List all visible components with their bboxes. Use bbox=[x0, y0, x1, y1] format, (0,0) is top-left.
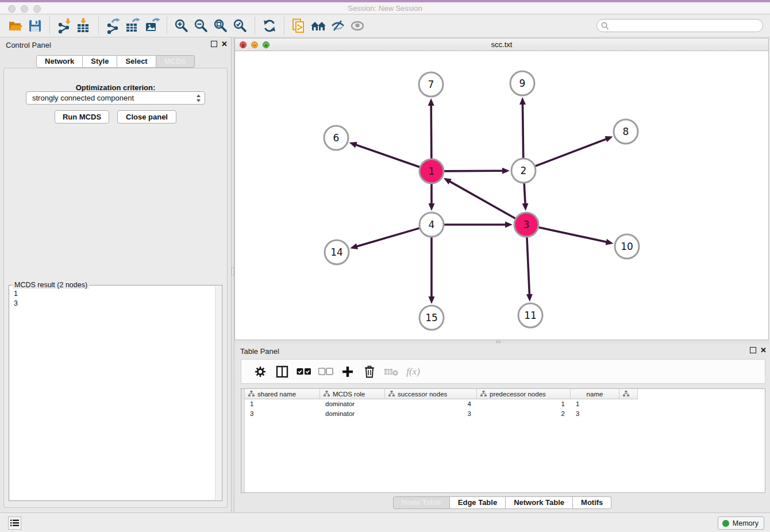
cell-mcds-role[interactable]: dominator bbox=[320, 399, 385, 409]
show-graphics-details-icon[interactable] bbox=[348, 16, 367, 36]
cell-successor-nodes[interactable]: 3 bbox=[385, 409, 477, 419]
tab-style[interactable]: Style bbox=[83, 55, 117, 68]
graph-edge[interactable] bbox=[431, 105, 432, 159]
tab-select[interactable]: Select bbox=[117, 55, 156, 68]
splitter-handle[interactable] bbox=[232, 267, 234, 275]
cell-shared-name[interactable]: 1 bbox=[245, 399, 320, 409]
graph-edge[interactable] bbox=[536, 139, 607, 166]
graph-edge[interactable] bbox=[538, 228, 606, 242]
graph-edge[interactable] bbox=[522, 104, 523, 158]
column-header-shared-name[interactable]: shared name bbox=[245, 389, 320, 399]
close-panel-icon[interactable]: ✕ bbox=[760, 346, 767, 354]
float-panel-icon[interactable] bbox=[750, 347, 756, 353]
splitter-handle[interactable] bbox=[496, 341, 500, 343]
graph-edge[interactable] bbox=[449, 182, 515, 219]
graph-node-label: 10 bbox=[621, 241, 633, 252]
graph-node-label: 9 bbox=[519, 78, 526, 89]
network-title: scc.txt bbox=[235, 40, 768, 49]
cell-name[interactable]: 1 bbox=[571, 399, 619, 409]
mcds-result-box: MCDS result (2 nodes) 1 3 bbox=[9, 285, 222, 501]
node-table[interactable]: shared name MCDS role successor nodes pr… bbox=[241, 388, 765, 493]
control-panel-tabs: Network Style Select MCDS bbox=[0, 55, 231, 68]
graph-node-label: 7 bbox=[428, 79, 434, 90]
export-image-icon[interactable] bbox=[143, 16, 162, 36]
add-row-icon[interactable] bbox=[337, 363, 359, 380]
zoom-out-icon[interactable] bbox=[191, 16, 211, 36]
close-panel-icon[interactable]: ✕ bbox=[221, 40, 228, 48]
toolbar-separator bbox=[284, 17, 284, 34]
column-header-stub[interactable] bbox=[619, 389, 638, 399]
graph-node-label: 4 bbox=[429, 219, 435, 230]
close-panel-button[interactable]: Close panel bbox=[117, 110, 176, 124]
first-neighbors-icon[interactable] bbox=[309, 16, 328, 36]
import-network-icon[interactable] bbox=[55, 16, 74, 36]
refresh-view-icon[interactable] bbox=[260, 16, 279, 36]
tab-node-table[interactable]: Node Table bbox=[393, 496, 450, 509]
tab-motifs[interactable]: Motifs bbox=[573, 496, 611, 509]
network-window-titlebar[interactable]: x − + scc.txt bbox=[235, 38, 768, 51]
graph-edge-arrowhead bbox=[605, 136, 613, 142]
graph-node-label: 6 bbox=[333, 132, 340, 144]
memory-button[interactable]: Memory bbox=[718, 516, 764, 530]
graph-edge[interactable] bbox=[356, 145, 419, 167]
clone-network-icon[interactable] bbox=[289, 16, 309, 36]
search-input[interactable] bbox=[611, 21, 763, 31]
export-table-icon[interactable] bbox=[123, 16, 143, 36]
tab-network-table[interactable]: Network Table bbox=[506, 496, 573, 509]
table-row[interactable]: 1 dominator 4 1 1 bbox=[245, 399, 765, 409]
import-table-icon[interactable] bbox=[74, 16, 94, 36]
column-header-name[interactable]: name bbox=[571, 389, 619, 399]
column-header-predecessor-nodes[interactable]: predecessor nodes bbox=[477, 389, 571, 399]
toolbar-separator bbox=[255, 17, 255, 34]
float-panel-icon[interactable] bbox=[211, 41, 217, 47]
graph-edge[interactable] bbox=[357, 228, 419, 246]
column-type-icon bbox=[623, 391, 629, 397]
select-all-icon[interactable] bbox=[293, 363, 315, 380]
optimization-dropdown[interactable]: strongly connected component bbox=[26, 91, 205, 105]
task-history-button[interactable] bbox=[8, 516, 21, 530]
apply-function-icon[interactable]: f(x) bbox=[402, 363, 424, 380]
mcds-result-text[interactable]: 1 3 bbox=[10, 288, 214, 499]
tab-mcds[interactable]: MCDS bbox=[156, 55, 195, 68]
tab-network[interactable]: Network bbox=[36, 55, 83, 68]
open-file-icon[interactable] bbox=[6, 16, 25, 36]
delete-row-icon[interactable] bbox=[359, 363, 380, 380]
zoom-selected-icon[interactable] bbox=[230, 16, 250, 36]
memory-status-icon bbox=[722, 520, 729, 527]
graph-edge-arrowhead bbox=[526, 294, 533, 302]
graph-edge-arrowhead bbox=[429, 203, 435, 211]
network-graph[interactable]: 1234678910111415 bbox=[235, 51, 769, 341]
dropdown-chevron-icon bbox=[196, 94, 201, 106]
table-options-icon[interactable] bbox=[249, 363, 271, 380]
show-columns-icon[interactable] bbox=[271, 363, 293, 380]
export-network-icon[interactable] bbox=[103, 16, 123, 36]
zoom-in-icon[interactable] bbox=[172, 16, 191, 36]
cell-mcds-role[interactable]: dominator bbox=[320, 409, 385, 419]
hide-panels-icon[interactable] bbox=[328, 16, 348, 36]
graph-edge-arrowhead bbox=[505, 222, 513, 228]
search-box[interactable] bbox=[596, 19, 763, 32]
cell-name[interactable]: 3 bbox=[571, 409, 619, 419]
graph-node-label: 1 bbox=[429, 165, 435, 177]
cell-predecessor-nodes[interactable]: 2 bbox=[477, 409, 571, 419]
graph-edge[interactable] bbox=[444, 171, 503, 171]
save-session-icon[interactable] bbox=[25, 16, 45, 36]
zoom-fit-icon[interactable] bbox=[211, 16, 230, 36]
network-canvas[interactable]: 1234678910111415 bbox=[235, 51, 768, 340]
deselect-all-icon[interactable] bbox=[315, 363, 337, 380]
cell-successor-nodes[interactable]: 4 bbox=[385, 399, 477, 409]
run-mcds-button[interactable]: Run MCDS bbox=[55, 110, 109, 124]
cell-predecessor-nodes[interactable]: 1 bbox=[477, 399, 571, 409]
column-header-successor-nodes[interactable]: successor nodes bbox=[385, 389, 477, 399]
table-row[interactable]: 3 dominator 3 2 3 bbox=[245, 409, 765, 419]
graph-edge[interactable] bbox=[527, 237, 529, 295]
status-bar: Memory bbox=[0, 512, 770, 532]
cell-shared-name[interactable]: 3 bbox=[245, 409, 320, 419]
graph-node-label: 15 bbox=[425, 312, 438, 323]
toolbar-separator bbox=[98, 17, 99, 34]
delete-column-icon[interactable] bbox=[380, 363, 402, 380]
column-header-mcds-role[interactable]: MCDS role bbox=[320, 389, 385, 399]
result-scrollbar[interactable] bbox=[215, 286, 221, 500]
tab-edge-table[interactable]: Edge Table bbox=[450, 496, 506, 509]
graph-edge[interactable] bbox=[524, 183, 525, 204]
